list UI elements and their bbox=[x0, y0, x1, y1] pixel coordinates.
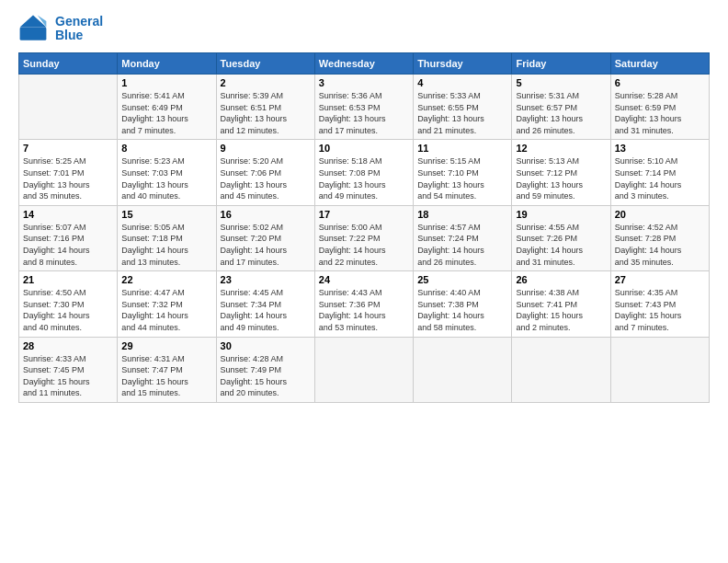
calendar-cell: 16Sunrise: 5:02 AM Sunset: 7:20 PM Dayli… bbox=[216, 205, 314, 270]
day-info: Sunrise: 5:28 AM Sunset: 6:59 PM Dayligh… bbox=[615, 90, 705, 136]
day-number: 13 bbox=[615, 143, 705, 154]
day-number: 15 bbox=[121, 209, 211, 220]
calendar-cell bbox=[512, 337, 610, 402]
day-info: Sunrise: 5:31 AM Sunset: 6:57 PM Dayligh… bbox=[516, 90, 606, 136]
day-info: Sunrise: 4:43 AM Sunset: 7:36 PM Dayligh… bbox=[319, 287, 409, 333]
week-row-3: 14Sunrise: 5:07 AM Sunset: 7:16 PM Dayli… bbox=[19, 205, 710, 270]
logo-line1: General bbox=[55, 15, 103, 29]
day-info: Sunrise: 5:20 AM Sunset: 7:06 PM Dayligh… bbox=[221, 155, 311, 201]
calendar-cell: 25Sunrise: 4:40 AM Sunset: 7:38 PM Dayli… bbox=[414, 271, 512, 337]
weekday-header-tuesday: Tuesday bbox=[216, 53, 314, 75]
day-info: Sunrise: 5:36 AM Sunset: 6:53 PM Dayligh… bbox=[319, 90, 409, 136]
calendar-cell: 9Sunrise: 5:20 AM Sunset: 7:06 PM Daylig… bbox=[216, 140, 314, 205]
day-number: 12 bbox=[516, 143, 606, 154]
day-info: Sunrise: 5:02 AM Sunset: 7:20 PM Dayligh… bbox=[221, 222, 311, 268]
logo-line2: Blue bbox=[55, 29, 103, 42]
calendar-cell: 7Sunrise: 5:25 AM Sunset: 7:01 PM Daylig… bbox=[19, 140, 118, 205]
day-number: 19 bbox=[516, 209, 606, 220]
day-info: Sunrise: 5:10 AM Sunset: 7:14 PM Dayligh… bbox=[615, 155, 705, 201]
calendar-cell bbox=[19, 75, 118, 140]
day-info: Sunrise: 5:33 AM Sunset: 6:55 PM Dayligh… bbox=[417, 90, 507, 136]
day-number: 26 bbox=[516, 274, 606, 285]
calendar-cell: 29Sunrise: 4:31 AM Sunset: 7:47 PM Dayli… bbox=[118, 337, 216, 402]
calendar-cell: 11Sunrise: 5:15 AM Sunset: 7:10 PM Dayli… bbox=[414, 140, 512, 205]
day-info: Sunrise: 4:38 AM Sunset: 7:41 PM Dayligh… bbox=[516, 287, 606, 333]
day-number: 30 bbox=[221, 340, 311, 351]
day-info: Sunrise: 4:57 AM Sunset: 7:24 PM Dayligh… bbox=[417, 222, 507, 268]
weekday-header-row: SundayMondayTuesdayWednesdayThursdayFrid… bbox=[19, 53, 710, 75]
calendar-cell: 8Sunrise: 5:23 AM Sunset: 7:03 PM Daylig… bbox=[118, 140, 216, 205]
calendar-cell: 1Sunrise: 5:41 AM Sunset: 6:49 PM Daylig… bbox=[118, 75, 216, 140]
calendar-cell: 10Sunrise: 5:18 AM Sunset: 7:08 PM Dayli… bbox=[314, 140, 413, 205]
day-number: 11 bbox=[417, 143, 507, 154]
svg-rect-0 bbox=[20, 27, 47, 40]
day-info: Sunrise: 5:07 AM Sunset: 7:16 PM Dayligh… bbox=[23, 222, 113, 268]
day-number: 25 bbox=[417, 274, 507, 285]
day-info: Sunrise: 5:05 AM Sunset: 7:18 PM Dayligh… bbox=[121, 222, 211, 268]
day-info: Sunrise: 5:41 AM Sunset: 6:49 PM Dayligh… bbox=[121, 90, 211, 136]
day-number: 21 bbox=[23, 274, 113, 285]
day-number: 24 bbox=[319, 274, 409, 285]
calendar-cell: 14Sunrise: 5:07 AM Sunset: 7:16 PM Dayli… bbox=[19, 205, 118, 270]
calendar-cell: 24Sunrise: 4:43 AM Sunset: 7:36 PM Dayli… bbox=[314, 271, 413, 337]
calendar-cell bbox=[414, 337, 512, 402]
day-number: 9 bbox=[221, 143, 311, 154]
week-row-4: 21Sunrise: 4:50 AM Sunset: 7:30 PM Dayli… bbox=[19, 271, 710, 337]
day-info: Sunrise: 5:00 AM Sunset: 7:22 PM Dayligh… bbox=[319, 222, 409, 268]
calendar-cell bbox=[314, 337, 413, 402]
day-number: 6 bbox=[615, 77, 705, 88]
day-info: Sunrise: 4:55 AM Sunset: 7:26 PM Dayligh… bbox=[516, 222, 606, 268]
day-info: Sunrise: 5:15 AM Sunset: 7:10 PM Dayligh… bbox=[417, 155, 507, 201]
header: General Blue bbox=[18, 14, 710, 43]
day-info: Sunrise: 5:18 AM Sunset: 7:08 PM Dayligh… bbox=[319, 155, 409, 201]
day-number: 16 bbox=[221, 209, 311, 220]
day-info: Sunrise: 4:45 AM Sunset: 7:34 PM Dayligh… bbox=[221, 287, 311, 333]
day-number: 7 bbox=[23, 143, 113, 154]
calendar-cell: 4Sunrise: 5:33 AM Sunset: 6:55 PM Daylig… bbox=[414, 75, 512, 140]
calendar-cell: 20Sunrise: 4:52 AM Sunset: 7:28 PM Dayli… bbox=[610, 205, 709, 270]
day-number: 27 bbox=[615, 274, 705, 285]
calendar-table: SundayMondayTuesdayWednesdayThursdayFrid… bbox=[18, 52, 710, 403]
weekday-header-sunday: Sunday bbox=[19, 53, 118, 75]
day-info: Sunrise: 4:31 AM Sunset: 7:47 PM Dayligh… bbox=[121, 353, 211, 399]
day-number: 3 bbox=[319, 77, 409, 88]
week-row-1: 1Sunrise: 5:41 AM Sunset: 6:49 PM Daylig… bbox=[19, 75, 710, 140]
day-info: Sunrise: 4:50 AM Sunset: 7:30 PM Dayligh… bbox=[23, 287, 113, 333]
weekday-header-monday: Monday bbox=[118, 53, 216, 75]
day-number: 23 bbox=[221, 274, 311, 285]
weekday-header-friday: Friday bbox=[512, 53, 610, 75]
day-info: Sunrise: 4:28 AM Sunset: 7:49 PM Dayligh… bbox=[221, 353, 311, 399]
calendar-cell: 15Sunrise: 5:05 AM Sunset: 7:18 PM Dayli… bbox=[118, 205, 216, 270]
week-row-5: 28Sunrise: 4:33 AM Sunset: 7:45 PM Dayli… bbox=[19, 337, 710, 402]
day-number: 5 bbox=[516, 77, 606, 88]
calendar-cell: 5Sunrise: 5:31 AM Sunset: 6:57 PM Daylig… bbox=[512, 75, 610, 140]
day-info: Sunrise: 4:33 AM Sunset: 7:45 PM Dayligh… bbox=[23, 353, 113, 399]
calendar-cell: 18Sunrise: 4:57 AM Sunset: 7:24 PM Dayli… bbox=[414, 205, 512, 270]
logo: General Blue bbox=[18, 14, 103, 43]
calendar-cell: 27Sunrise: 4:35 AM Sunset: 7:43 PM Dayli… bbox=[610, 271, 709, 337]
day-info: Sunrise: 5:13 AM Sunset: 7:12 PM Dayligh… bbox=[516, 155, 606, 201]
day-info: Sunrise: 4:35 AM Sunset: 7:43 PM Dayligh… bbox=[615, 287, 705, 333]
calendar-cell: 28Sunrise: 4:33 AM Sunset: 7:45 PM Dayli… bbox=[19, 337, 118, 402]
day-info: Sunrise: 4:52 AM Sunset: 7:28 PM Dayligh… bbox=[615, 222, 705, 268]
day-info: Sunrise: 5:23 AM Sunset: 7:03 PM Dayligh… bbox=[121, 155, 211, 201]
day-number: 22 bbox=[121, 274, 211, 285]
day-number: 20 bbox=[615, 209, 705, 220]
calendar-cell: 2Sunrise: 5:39 AM Sunset: 6:51 PM Daylig… bbox=[216, 75, 314, 140]
week-row-2: 7Sunrise: 5:25 AM Sunset: 7:01 PM Daylig… bbox=[19, 140, 710, 205]
day-info: Sunrise: 5:25 AM Sunset: 7:01 PM Dayligh… bbox=[23, 155, 113, 201]
calendar-cell: 30Sunrise: 4:28 AM Sunset: 7:49 PM Dayli… bbox=[216, 337, 314, 402]
day-number: 29 bbox=[121, 340, 211, 351]
weekday-header-saturday: Saturday bbox=[610, 53, 709, 75]
day-number: 10 bbox=[319, 143, 409, 154]
day-number: 18 bbox=[417, 209, 507, 220]
calendar-cell: 12Sunrise: 5:13 AM Sunset: 7:12 PM Dayli… bbox=[512, 140, 610, 205]
weekday-header-thursday: Thursday bbox=[414, 53, 512, 75]
day-number: 4 bbox=[417, 77, 507, 88]
page: General Blue SundayMondayTuesdayWednesda… bbox=[0, 0, 728, 563]
day-number: 8 bbox=[121, 143, 211, 154]
calendar-cell: 23Sunrise: 4:45 AM Sunset: 7:34 PM Dayli… bbox=[216, 271, 314, 337]
calendar-cell: 17Sunrise: 5:00 AM Sunset: 7:22 PM Dayli… bbox=[314, 205, 413, 270]
calendar-cell bbox=[610, 337, 709, 402]
day-info: Sunrise: 5:39 AM Sunset: 6:51 PM Dayligh… bbox=[221, 90, 311, 136]
